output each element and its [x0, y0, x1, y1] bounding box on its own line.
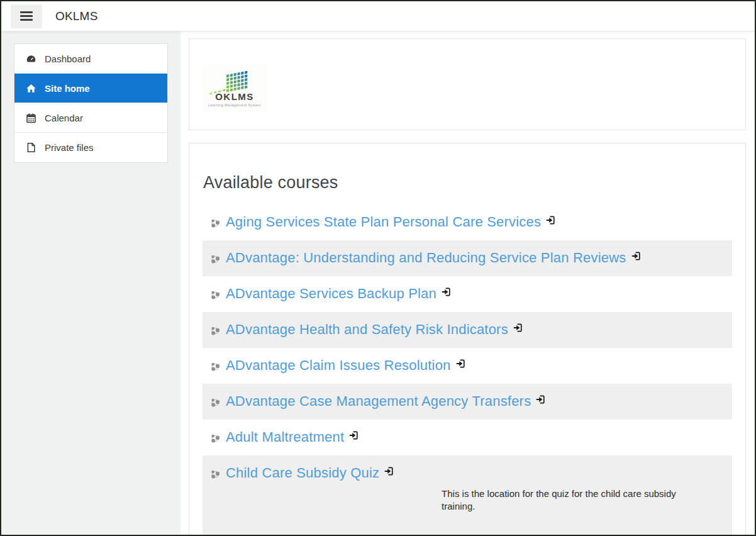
course-link[interactable]: Adult Maltreatment — [226, 428, 344, 446]
sidebar-item-label: Dashboard — [45, 53, 91, 64]
available-courses-card: Available courses Aging Services State P… — [189, 143, 746, 536]
sidebar-item-label: Site home — [45, 83, 90, 94]
course-row: Child Care Subsidy Quiz This is the loca… — [203, 455, 732, 536]
course-dots-icon — [210, 431, 220, 441]
enter-arrow-icon — [456, 355, 465, 364]
course-list: Aging Services State Plan Personal Care … — [203, 204, 732, 536]
course-dots-icon — [210, 323, 220, 333]
course-dots-icon — [210, 359, 220, 369]
svg-text:OKLMS: OKLMS — [215, 91, 254, 102]
site-logo-card: OKLMSLearning Management System — [189, 38, 746, 130]
browser-viewport: OKLMS Dashboard Site home Calendar Priva… — [0, 0, 756, 536]
dashboard-icon — [26, 53, 36, 64]
oklms-logo: OKLMSLearning Management System — [203, 64, 267, 113]
course-link[interactable]: Aging Services State Plan Personal Care … — [226, 213, 541, 231]
course-link[interactable]: Child Care Subsidy Quiz — [226, 464, 379, 482]
main-content: OKLMSLearning Management System Availabl… — [181, 31, 755, 534]
course-row: ADvantage Case Management Agency Transfe… — [203, 384, 732, 420]
enter-arrow-icon — [513, 320, 522, 328]
course-link[interactable]: ADvantage Services Backup Plan — [226, 284, 436, 303]
course-dots-icon — [210, 252, 220, 262]
oklms-logo-graphic: OKLMSLearning Management System — [203, 64, 267, 113]
top-navbar: OKLMS — [1, 1, 755, 31]
calendar-icon — [26, 113, 36, 123]
available-courses-heading: Available courses — [203, 171, 732, 194]
home-icon — [26, 83, 36, 94]
course-dots-icon — [210, 216, 220, 226]
sidebar-item-label: Calendar — [45, 113, 83, 123]
course-row: ADvantage: Understanding and Reducing Se… — [203, 240, 732, 276]
svg-text:Learning Management System: Learning Management System — [208, 103, 261, 107]
course-row: ADvantage Health and Safety Risk Indicat… — [203, 312, 732, 348]
enter-arrow-icon — [442, 284, 450, 293]
course-dots-icon — [210, 395, 220, 405]
course-dots-icon — [210, 467, 220, 477]
course-summary: This is the location for the quiz for th… — [442, 482, 725, 530]
sidebar: Dashboard Site home Calendar Private fil… — [1, 31, 181, 534]
sidebar-nav: Dashboard Site home Calendar Private fil… — [14, 43, 168, 163]
sidebar-item-site-home[interactable]: Site home — [14, 74, 167, 103]
hamburger-icon — [20, 11, 33, 13]
site-title[interactable]: OKLMS — [55, 9, 98, 23]
enter-arrow-icon — [384, 463, 393, 472]
course-link[interactable]: ADvantage Case Management Agency Transfe… — [226, 392, 531, 410]
file-icon — [26, 142, 36, 153]
enter-arrow-icon — [546, 212, 555, 221]
course-dots-icon — [210, 288, 220, 298]
sidebar-item-label: Private files — [45, 142, 94, 153]
enter-arrow-icon — [631, 248, 640, 257]
sidebar-item-dashboard[interactable]: Dashboard — [14, 44, 167, 74]
course-link[interactable]: ADvantage Health and Safety Risk Indicat… — [226, 320, 508, 338]
course-row: ADvantage Claim Issues Resolution — [203, 348, 732, 384]
sidebar-item-calendar[interactable]: Calendar — [14, 103, 167, 133]
sidebar-item-private-files[interactable]: Private files — [14, 133, 167, 162]
course-link[interactable]: ADvantage: Understanding and Reducing Se… — [226, 248, 626, 267]
course-row: ADvantage Services Backup Plan — [203, 276, 732, 312]
enter-arrow-icon — [349, 427, 358, 436]
course-link[interactable]: ADvantage Claim Issues Resolution — [226, 356, 451, 374]
course-row: Aging Services State Plan Personal Care … — [203, 204, 732, 240]
enter-arrow-icon — [536, 391, 545, 400]
menu-toggle-button[interactable] — [11, 4, 42, 28]
course-row: Adult Maltreatment — [203, 420, 732, 455]
